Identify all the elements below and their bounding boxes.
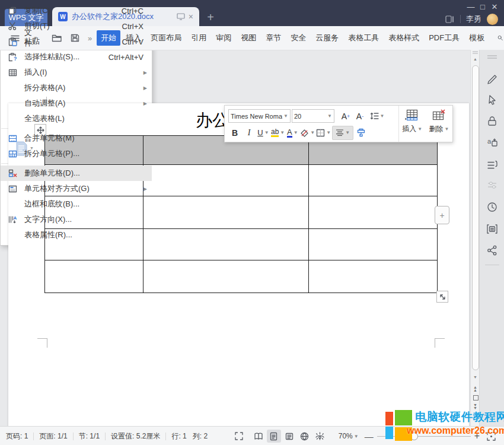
table-cell[interactable] [309,165,438,196]
menu-item-merge-cells[interactable]: 合并单元格(M) [1,131,152,146]
dropdown-arrow: ▼ [326,130,331,135]
menu-item-paste-special[interactable]: ? 选择性粘贴(S)... Ctrl+Alt+V [1,49,152,65]
menu-item-split-table[interactable]: 拆分表格(A) ▶ [1,80,152,96]
status-page-number[interactable]: 页码: 1 [6,431,28,441]
zoom-out-button[interactable]: — [365,431,374,441]
select-browse-object-button[interactable] [473,395,479,401]
svg-text:a: a [487,138,492,145]
menu-item-split-cells[interactable]: 拆分单元格(P)... [1,146,152,161]
read-mode-icon[interactable] [251,430,266,443]
notes-panel-icon[interactable] [486,223,498,235]
insert-table-label: 插入 [402,124,416,134]
add-column-button[interactable]: + [435,206,449,224]
menu-item-delete-cells[interactable]: 删除单元格(D)... [1,166,152,181]
tab-templates[interactable]: 模板 [465,30,489,46]
delete-table-button[interactable]: 删除▼ [429,109,449,142]
table-cell[interactable] [309,196,438,229]
side-by-side-icon[interactable] [445,15,455,23]
tab-review[interactable]: 审阅 [212,30,235,46]
dropdown-arrow: ▼ [294,130,298,135]
scrollbar-thumb[interactable] [472,65,479,370]
status-setting[interactable]: 设置值: 5.2厘米 [111,431,160,441]
page-view-icon[interactable] [267,430,281,443]
menu-item-copy[interactable]: 复制(C) Ctrl+C [1,3,152,18]
scroll-up-arrow[interactable]: ▲ [471,57,480,61]
bold-button[interactable]: B [228,126,241,139]
highlight-button[interactable]: ab ▼ [271,126,285,139]
cut-icon [8,22,17,30]
user-name[interactable]: 李勇 [466,14,481,24]
history-clock-icon[interactable] [486,201,498,213]
tab-table-tools[interactable]: 表格工具 [344,30,383,46]
table-cell[interactable] [309,229,438,260]
split-handle-icon[interactable] [473,51,478,55]
tab-section[interactable]: 章节 [261,30,285,46]
divider [460,15,461,23]
menu-item-autofit[interactable]: 自动调整(A) ▶ [1,96,152,111]
maximize-button[interactable]: □ [477,2,489,12]
table-row[interactable] [45,260,438,293]
scroll-down-arrow[interactable]: ▼ [471,375,480,379]
menu-item-table-properties[interactable]: 表格属性(R)... [1,227,152,243]
tab-close-icon[interactable]: × [189,12,193,21]
share-icon[interactable] [486,244,498,256]
underline-button[interactable]: U ▼ [257,126,270,139]
tab-pdf-tools[interactable]: PDF工具 [425,30,464,46]
fullscreen-icon[interactable] [232,430,246,443]
previous-page-button[interactable]: ▲▲ [471,386,480,392]
table-resize-handle[interactable] [436,291,448,303]
find-button[interactable]: 查找 [497,27,504,49]
new-tab-button[interactable]: + [204,11,217,24]
web-view-icon[interactable] [298,430,312,443]
translate-icon[interactable]: a [486,136,498,148]
zoom-level-select[interactable]: 70% ▼ [339,432,359,440]
minimize-button[interactable]: — [465,2,477,12]
insert-table-button[interactable]: 插入▼ [402,109,422,142]
menu-item-cell-alignment[interactable]: 单元格对齐方式(G) ▶ [1,181,152,196]
shading-button[interactable]: ▼ [300,126,315,139]
tab-security[interactable]: 安全 [286,30,310,46]
menu-item-insert[interactable]: 插入(I) ▶ [1,65,152,80]
menu-item-borders-shading[interactable]: 边框和底纹(B)... [1,196,152,212]
tab-view[interactable]: 视图 [237,30,260,46]
grow-font-button[interactable]: A+ [339,110,352,123]
font-size-select[interactable]: 20 ▼ [292,109,334,123]
table-cell[interactable] [143,260,309,293]
underline-label: U [257,128,263,137]
borders-button[interactable]: ▼ [316,126,331,139]
italic-button[interactable]: I [243,126,256,139]
menu-item-text-direction[interactable]: A 文字方向(X)... [1,212,152,227]
font-color-button[interactable]: A ▼ [286,126,299,139]
tab-preview-icon[interactable] [177,13,185,20]
table-cell[interactable] [143,229,309,260]
tab-page-layout[interactable]: 页面布局 [146,30,186,46]
outline-view-icon[interactable] [282,430,296,443]
avatar[interactable] [487,14,498,25]
tab-references[interactable]: 引用 [187,30,210,46]
outline-list-icon[interactable] [486,158,498,170]
status-section[interactable]: 节: 1/1 [79,431,100,441]
table-cell[interactable] [143,196,309,229]
pen-edit-icon[interactable] [486,74,498,85]
tab-cloud[interactable]: 云服务 [311,30,343,46]
status-page-count[interactable]: 页面: 1/1 [39,431,67,441]
menu-item-cut[interactable]: 剪切(T) Ctrl+X [1,18,152,34]
eye-protect-icon[interactable] [313,430,327,443]
table-cell[interactable] [143,165,309,196]
format-painter-button[interactable] [355,126,368,139]
line-spacing-button[interactable]: ▼ [368,110,387,123]
table-cell[interactable] [309,260,438,293]
drag-handle-icon[interactable] [486,55,498,66]
align-center-button[interactable]: ▼ [332,126,353,140]
font-name-select[interactable]: Times New Roma ▼ [228,109,291,123]
close-button[interactable]: ✕ [489,2,500,12]
table-cell[interactable] [45,260,143,293]
watermark-logo-square-blue [385,427,393,439]
menu-item-paste[interactable]: 粘贴 Ctrl+V [1,34,152,49]
vertical-scrollbar[interactable]: ▲ ▼ ▲▲ ▼▼ [470,50,480,426]
menu-item-select-table[interactable]: 全选表格(L) [1,111,152,126]
tab-table-style[interactable]: 表格样式 [384,30,423,46]
shrink-font-button[interactable]: A- [353,110,366,123]
lock-icon[interactable] [486,115,498,127]
select-cursor-icon[interactable] [486,94,498,106]
